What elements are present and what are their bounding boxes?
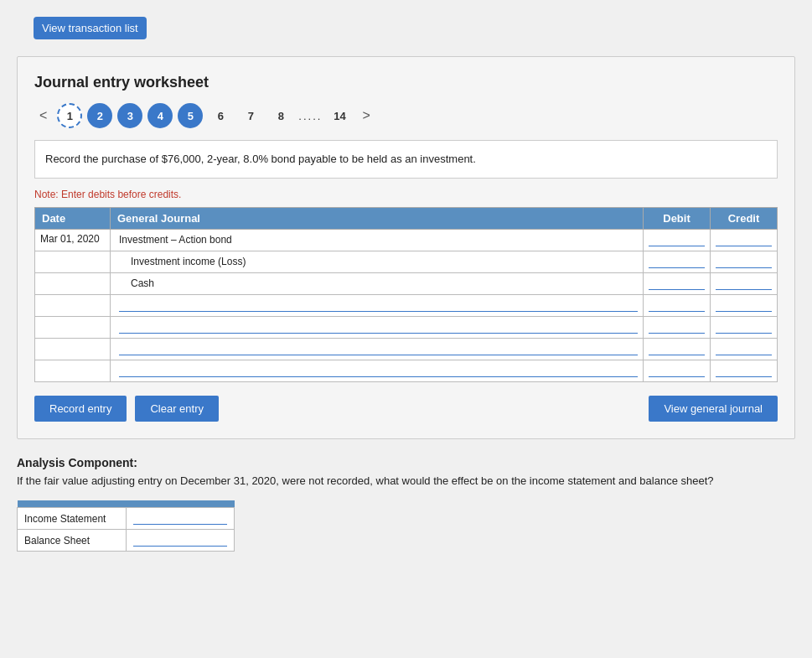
col-credit-header: Credit (711, 207, 778, 229)
debit-cell-2[interactable] (644, 251, 711, 272)
analysis-section: Analysis Component: If the fair value ad… (17, 456, 795, 552)
date-cell-4 (35, 294, 111, 316)
table-row (35, 360, 778, 381)
date-cell-1: Mar 01, 2020 (35, 229, 111, 251)
description-box: Record the purchase of $76,000, 2-year, … (34, 140, 778, 179)
date-cell-7 (35, 360, 111, 381)
table-row (35, 316, 778, 338)
analysis-table: Income Statement Balance Sheet (17, 500, 235, 552)
credit-cell-4[interactable] (711, 294, 778, 316)
balance-sheet-input[interactable] (133, 534, 227, 547)
date-cell-2 (35, 251, 111, 272)
debit-cell-7[interactable] (644, 360, 711, 381)
account-input-5[interactable] (119, 321, 638, 334)
debit-input-1[interactable] (649, 234, 705, 246)
table-row: Investment income (Loss) (35, 251, 778, 272)
account-input-6[interactable] (119, 343, 638, 355)
analysis-title: Analysis Component: (17, 456, 795, 469)
account-cell-3: Cash (111, 272, 644, 294)
page-2-button[interactable]: 2 (87, 103, 112, 128)
credit-input-6[interactable] (716, 343, 772, 355)
credit-input-4[interactable] (716, 299, 772, 312)
account-input-4[interactable] (119, 299, 638, 312)
page-last-button[interactable]: 14 (327, 103, 352, 128)
table-row: Cash (35, 272, 778, 294)
analysis-table-header (18, 500, 235, 508)
account-cell-2: Investment income (Loss) (111, 251, 644, 272)
page-1-button[interactable]: 1 (57, 103, 82, 128)
table-row: Mar 01, 2020 Investment – Action bond (35, 229, 778, 251)
col-journal-header: General Journal (111, 207, 644, 229)
credit-input-7[interactable] (716, 365, 772, 377)
debit-input-3[interactable] (649, 277, 705, 290)
balance-sheet-label: Balance Sheet (18, 530, 127, 552)
debit-input-6[interactable] (649, 343, 705, 355)
debit-cell-5[interactable] (644, 316, 711, 338)
prev-button[interactable]: < (34, 106, 52, 125)
analysis-row-balance: Balance Sheet (18, 530, 235, 552)
journal-table: Date General Journal Debit Credit Mar 01… (34, 207, 778, 382)
page-dots: ..... (298, 110, 322, 122)
credit-cell-7[interactable] (711, 360, 778, 381)
credit-cell-3[interactable] (711, 272, 778, 294)
credit-input-3[interactable] (716, 277, 772, 290)
analysis-text: If the fair value adjusting entry on Dec… (17, 473, 795, 490)
account-cell-1: Investment – Action bond (111, 229, 644, 251)
income-statement-input[interactable] (133, 512, 227, 525)
debit-cell-6[interactable] (644, 338, 711, 360)
col-date-header: Date (35, 207, 111, 229)
debit-input-5[interactable] (649, 321, 705, 334)
page-4-button[interactable]: 4 (147, 103, 173, 128)
credit-cell-2[interactable] (711, 251, 778, 272)
record-entry-button[interactable]: Record entry (34, 396, 127, 422)
income-statement-label: Income Statement (18, 508, 127, 530)
debit-input-7[interactable] (649, 365, 705, 377)
debit-input-4[interactable] (649, 299, 705, 312)
debit-cell-1[interactable] (644, 229, 711, 251)
debit-input-2[interactable] (649, 256, 705, 268)
table-row (35, 338, 778, 360)
balance-sheet-input-cell[interactable] (126, 530, 234, 552)
worksheet-title: Journal entry worksheet (34, 74, 778, 91)
worksheet-container: Journal entry worksheet < 1 2 3 4 5 6 7 … (17, 56, 795, 439)
account-input-7[interactable] (119, 365, 638, 377)
page-7-button[interactable]: 7 (238, 103, 263, 128)
credit-cell-5[interactable] (711, 316, 778, 338)
description-text: Record the purchase of $76,000, 2-year, … (45, 153, 476, 165)
account-cell-6[interactable] (111, 338, 644, 360)
transaction-list-bar[interactable]: View transaction list (34, 17, 147, 39)
view-journal-button[interactable]: View general journal (649, 396, 778, 422)
credit-input-1[interactable] (716, 234, 772, 246)
date-cell-6 (35, 338, 111, 360)
income-statement-input-cell[interactable] (126, 508, 234, 530)
credit-cell-1[interactable] (711, 229, 778, 251)
page-5-button[interactable]: 5 (178, 103, 203, 128)
pagination: < 1 2 3 4 5 6 7 8 ..... 14 > (34, 103, 778, 128)
account-cell-4[interactable] (111, 294, 644, 316)
date-cell-3 (35, 272, 111, 294)
credit-cell-6[interactable] (711, 338, 778, 360)
note-text: Note: Enter debits before credits. (34, 189, 778, 200)
date-cell-5 (35, 316, 111, 338)
analysis-row-income: Income Statement (18, 508, 235, 530)
account-cell-7[interactable] (111, 360, 644, 381)
credit-input-5[interactable] (716, 321, 772, 334)
page-3-button[interactable]: 3 (117, 103, 142, 128)
next-button[interactable]: > (357, 106, 375, 125)
table-row (35, 294, 778, 316)
account-cell-5[interactable] (111, 316, 644, 338)
page-8-button[interactable]: 8 (268, 103, 293, 128)
credit-input-2[interactable] (716, 256, 772, 268)
col-debit-header: Debit (644, 207, 711, 229)
debit-cell-3[interactable] (644, 272, 711, 294)
button-row: Record entry Clear entry View general jo… (34, 396, 778, 422)
debit-cell-4[interactable] (644, 294, 711, 316)
transaction-list-link[interactable]: View transaction list (42, 22, 138, 34)
page-6-button[interactable]: 6 (208, 103, 233, 128)
clear-entry-button[interactable]: Clear entry (135, 396, 219, 422)
